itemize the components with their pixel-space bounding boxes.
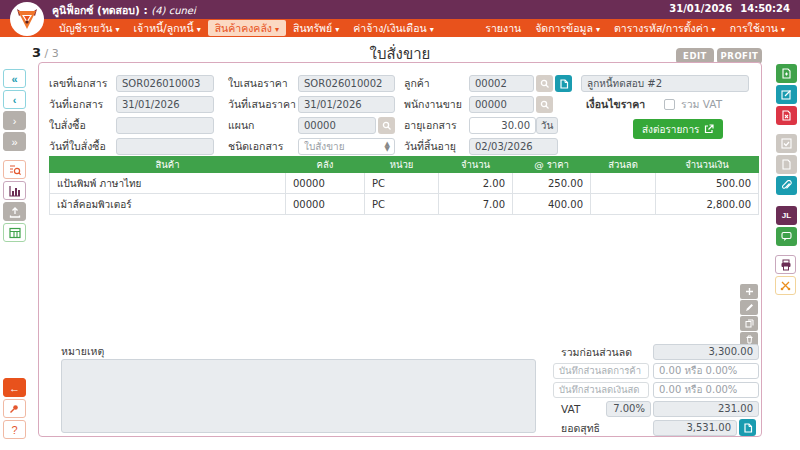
currency-detail-button[interactable] [739,419,756,436]
menu-daily-journal[interactable]: บัญชีรายวัน▾ [52,20,127,36]
cash-discount-button[interactable]: บันทึกส่วนลดเงินสด [553,382,649,398]
file-icon [781,159,792,170]
salesperson-search-button[interactable] [536,96,553,113]
attachment-button[interactable] [776,176,797,195]
vat-included-checkbox[interactable] [664,99,675,110]
net-total-label: ยอดสุทธิ [561,420,600,437]
current-time: 14:50:24 [740,3,790,14]
customer-name-field[interactable]: ลูกหนี้ทดสอบ #2 [581,75,749,92]
previous-record-button[interactable]: ‹ [3,90,26,109]
help-button[interactable]: ? [3,420,26,439]
upload-button[interactable] [3,202,26,221]
menu-code-tables-settings[interactable]: ตารางรหัส/การตั้งค่า▾ [607,20,723,36]
expiry-date-field[interactable]: 02/03/2026 [469,138,558,155]
menu-assets[interactable]: สินทรัพย์▾ [286,20,346,36]
vat-amount-field: 231.00 [653,401,759,417]
edit-document-button[interactable] [776,85,797,104]
menu-usage[interactable]: การใช้งาน▾ [723,20,792,36]
cell-price: 250.00 [513,173,591,194]
cut-button[interactable] [775,276,796,295]
notes-textarea[interactable] [61,359,536,433]
doc-date-label: วันที่เอกสาร [49,96,103,113]
items-table: สินค้า คลัง หน่วย จำนวน @ ราคา ส่วนลด จำ… [49,156,759,215]
vat-rate-field[interactable]: 7.00% [606,401,651,417]
next-record-button[interactable]: › [3,111,26,130]
net-total-field: 3,531.00 [653,420,737,436]
copy-document-button[interactable] [776,155,797,174]
item-row[interactable]: แป้นพิมพ์ ภาษาไทย 00000 PC 2.00 250.00 5… [50,173,759,194]
customer-field[interactable]: 00002 [469,75,534,92]
approve-document-button[interactable] [776,134,797,153]
caret-down-icon: ▾ [335,25,339,34]
menu-payables-receivables[interactable]: เจ้าหนี้/ลูกหนี้▾ [127,20,208,36]
app-subtitle: (4) cunei [151,5,195,16]
journal-button[interactable]: JL [776,206,797,225]
col-price: @ ราคา [513,157,591,173]
question-mark-icon: ? [11,424,17,436]
document-card: เลขที่เอกสาร SOR026010003 วันที่เอกสาร 3… [38,62,762,437]
menu-data-management[interactable]: จัดการข้อมูล▾ [528,20,607,36]
purchase-order-label: ใบสั่งซื้อ [49,117,86,134]
search-icon [540,100,550,110]
search-list-icon [9,164,21,176]
menu-inventory[interactable]: สินค้าคงคลัง▾ [208,20,286,36]
caret-down-icon: ▾ [596,25,600,34]
doc-type-label: ชนิดเอกสาร [228,138,283,155]
department-field[interactable]: 00000 [298,117,376,134]
customer-detail-button[interactable] [555,75,572,92]
add-row-button[interactable] [740,284,758,299]
top-bar: คูนิฟ็อกซ์ (ทดสอบ) : (4) cunei 31/01/202… [0,0,800,19]
double-chevron-left-icon: « [11,73,17,85]
quotation-field[interactable]: SOR026010002 [298,75,395,92]
department-search-button[interactable] [378,117,395,134]
new-document-button[interactable] [776,64,797,83]
copy-row-button[interactable] [740,316,758,331]
delete-document-button[interactable] [776,106,797,125]
chevron-right-icon: › [13,115,17,127]
chart-button[interactable] [3,181,26,200]
fox-icon [14,6,40,32]
col-amount: จำนวนเงิน [656,157,759,173]
doc-no-field[interactable]: SOR026010003 [116,75,214,92]
current-date: 31/01/2026 [669,3,732,14]
doc-age-field[interactable]: 30.00 [469,117,536,134]
col-warehouse: คลัง [286,157,365,173]
menu-payroll[interactable]: ค่าจ้าง/เงินเดือน▾ [346,20,440,36]
arrow-left-icon: ← [9,382,20,394]
table-grid-icon [9,227,21,239]
doc-date-field[interactable]: 31/01/2026 [116,96,214,113]
trade-discount-button[interactable]: บันทึกส่วนลดการค้า [553,363,649,379]
customer-label: ลูกค้า [404,75,430,92]
comment-button[interactable] [776,227,797,246]
back-button[interactable]: ← [3,378,26,397]
items-header-row: สินค้า คลัง หน่วย จำนวน @ ราคา ส่วนลด จำ… [50,157,759,173]
quotation-date-field[interactable]: 31/01/2026 [298,96,395,113]
pin-button[interactable] [3,399,26,418]
forward-items-button[interactable]: ส่งต่อรายการ [633,119,723,139]
expiry-date-label: วันที่สิ้นอายุ [404,138,456,155]
cash-discount-field[interactable]: 0.00 หรือ 0.00% [653,382,759,398]
customer-search-button[interactable] [536,75,553,92]
grid-view-button[interactable] [3,223,26,242]
upload-icon [9,206,21,218]
salesperson-field[interactable]: 00000 [469,96,534,113]
last-record-button[interactable]: » [3,132,26,151]
cell-quantity: 7.00 [439,194,513,215]
doc-no-label: เลขที่เอกสาร [49,75,107,92]
trade-discount-field[interactable]: 0.00 หรือ 0.00% [653,363,759,379]
plus-icon [745,287,754,296]
cell-discount [591,173,656,194]
salesperson-label: พนักงานขาย [404,96,462,113]
purchase-order-date-field[interactable] [116,138,214,155]
find-document-button[interactable] [3,160,26,179]
purchase-order-field[interactable] [116,117,214,134]
caret-down-icon: ▾ [712,25,716,34]
doc-type-select[interactable]: ใบสั่งขาย ▲▼ [298,138,395,155]
first-record-button[interactable]: « [3,69,26,88]
item-row[interactable]: เม้าส์คอมพิวเตอร์ 00000 PC 7.00 400.00 2… [50,194,759,215]
subtotal-label: รวมก่อนส่วนลด [561,344,632,361]
cell-amount: 2,800.00 [656,194,759,215]
print-button[interactable] [775,255,796,274]
edit-row-button[interactable] [740,300,758,315]
menu-reports[interactable]: รายงาน [478,20,528,36]
